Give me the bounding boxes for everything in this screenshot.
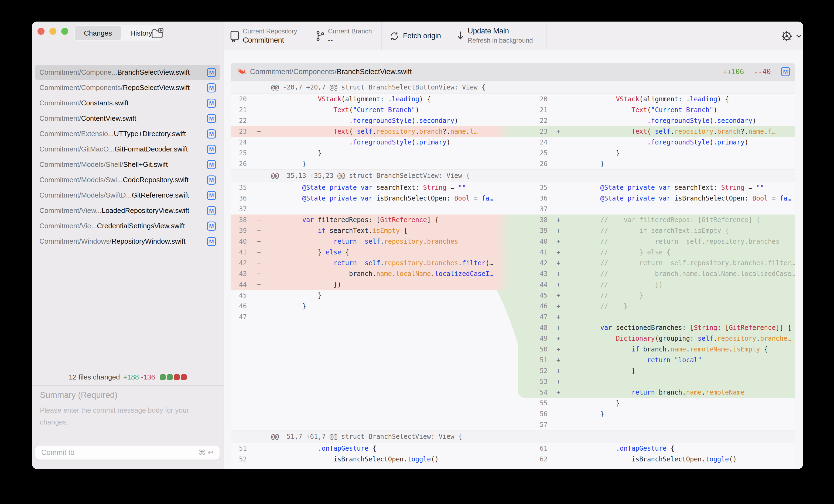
diff-line: 57 bbox=[512, 419, 795, 430]
line-number: 35 bbox=[231, 182, 247, 193]
code-text: Dictionary(grouping: self.repository.bra… bbox=[569, 333, 791, 344]
code-text: if branch.name.remoteName.isEmpty { bbox=[569, 344, 768, 355]
code-text: // } else { bbox=[569, 247, 671, 258]
file-row[interactable]: Commitment/Models/Swi...CodeRepository.s… bbox=[35, 172, 220, 188]
commit-button[interactable]: Commit to ⌘ ↩ bbox=[35, 445, 220, 460]
diff-line: 47+ bbox=[512, 312, 795, 322]
file-name: BranchSelectView.swift bbox=[117, 68, 190, 76]
file-row[interactable]: Commitment/Models/Shell/Shell+Git.swiftM bbox=[35, 157, 220, 172]
current-repository-value[interactable]: Commitment bbox=[243, 36, 284, 44]
file-name: CredentialSettingsView.swift bbox=[97, 222, 185, 230]
diff-line: 62 isBranchSelectOpen.toggle() bbox=[512, 454, 795, 465]
file-row[interactable]: Commitment/Extensio...UTType+Directory.s… bbox=[35, 126, 220, 141]
divider bbox=[309, 22, 309, 50]
minimize-window-button[interactable] bbox=[49, 28, 57, 35]
diff-card: Commitment/Components/ BranchSelectView.… bbox=[231, 63, 795, 469]
diff-pane-right: 20 VStack(alignment: .leading) {21 Text(… bbox=[512, 94, 795, 169]
code-text: .foregroundStyle(.primary) bbox=[569, 137, 748, 148]
fetch-origin-button[interactable]: Fetch origin bbox=[403, 22, 441, 50]
close-window-button[interactable] bbox=[38, 28, 44, 35]
line-number: 46 bbox=[231, 301, 247, 312]
code-text: } else { bbox=[271, 247, 349, 258]
update-main-label[interactable]: Update Main bbox=[468, 27, 509, 35]
open-repository-button[interactable] bbox=[151, 26, 164, 41]
current-branch-value[interactable]: -- bbox=[328, 36, 333, 44]
code-text: VStack(alignment: .leading) { bbox=[271, 94, 431, 105]
zoom-window-button[interactable] bbox=[61, 28, 68, 35]
change-marker: + bbox=[548, 258, 569, 269]
code-text: // if searchText.isEmpty { bbox=[569, 225, 729, 236]
change-marker bbox=[548, 182, 569, 193]
change-marker bbox=[548, 105, 569, 115]
file-row[interactable]: Commitment/Vie...CredentialSettingsView.… bbox=[35, 218, 220, 234]
diff-line: 26 } bbox=[512, 159, 795, 169]
file-path: Commitment/Models/Shell/ bbox=[39, 160, 123, 169]
file-row[interactable]: Commitment/Models/SwiftD...GitReference.… bbox=[35, 188, 220, 203]
diff-line: 47 bbox=[231, 312, 512, 322]
line-number: 39 bbox=[512, 225, 548, 236]
file-row[interactable]: Commitment/Compone...BranchSelectView.sw… bbox=[35, 65, 220, 80]
change-marker bbox=[247, 159, 271, 169]
file-name: UTType+Directory.swift bbox=[114, 130, 186, 138]
diff-line: 49+ Dictionary(grouping: self.repository… bbox=[512, 333, 795, 344]
file-row[interactable]: Commitment/Constants.swiftM bbox=[35, 95, 220, 111]
branch-icon bbox=[315, 30, 325, 41]
file-name: CodeRepository.swift bbox=[123, 176, 189, 184]
modified-badge: M bbox=[207, 129, 216, 139]
code-text: } bbox=[569, 398, 620, 409]
file-path: Commitment/Models/Swi... bbox=[39, 176, 123, 184]
code-text: // } bbox=[569, 301, 628, 312]
settings-menu-button[interactable] bbox=[780, 28, 803, 44]
change-ratio-squares bbox=[160, 374, 186, 380]
hunk-header: @@ -35,13 +35,23 @@ struct BranchSelectV… bbox=[231, 169, 795, 182]
code-text: // branch.name.localName.localizedCase… bbox=[569, 269, 795, 279]
tab-changes[interactable]: Changes bbox=[75, 26, 121, 40]
change-marker bbox=[548, 454, 569, 465]
code-text: .onTapGesture { bbox=[569, 443, 674, 454]
file-row[interactable]: Commitment/ContentView.swiftM bbox=[35, 111, 220, 126]
modified-badge: M bbox=[781, 67, 790, 76]
commit-body-input[interactable]: Please enter the commit message body for… bbox=[40, 404, 199, 428]
current-branch-title: Current Branch bbox=[328, 27, 372, 35]
line-number: 44 bbox=[512, 279, 548, 290]
line-number: 56 bbox=[512, 409, 548, 419]
file-path: Commitment/Extensio... bbox=[39, 130, 114, 138]
change-marker bbox=[247, 115, 271, 126]
file-row[interactable]: Commitment/Windows/RepositoryWindow.swif… bbox=[35, 234, 220, 249]
change-marker bbox=[247, 312, 271, 322]
line-number: 55 bbox=[512, 398, 548, 409]
file-path: Commitment/GitMacO... bbox=[39, 145, 115, 153]
red-square bbox=[181, 374, 186, 380]
file-row[interactable]: Commitment/Components/RepoSelectView.swi… bbox=[35, 80, 220, 95]
diff-line: 22 .foregroundStyle(.secondary) bbox=[512, 115, 795, 126]
line-number: 40 bbox=[231, 236, 247, 247]
file-row[interactable]: Commitment/View...LoadedRepositoryView.s… bbox=[35, 203, 220, 218]
diff-line: 39− if searchText.isEmpty { bbox=[231, 225, 512, 236]
diff-line: 61 .onTapGesture { bbox=[512, 443, 795, 454]
code-text: .foregroundStyle(.primary) bbox=[271, 137, 451, 148]
diff-pane-right: 61 .onTapGesture {62 isBranchSelectOpen.… bbox=[512, 443, 795, 465]
diff-line: 45+ // } bbox=[512, 290, 795, 301]
line-number: 42 bbox=[231, 258, 247, 269]
code-text: } bbox=[271, 159, 306, 169]
divider bbox=[449, 22, 449, 50]
modified-badge: M bbox=[207, 176, 216, 185]
line-number: 46 bbox=[512, 301, 548, 312]
refresh-icon bbox=[390, 31, 399, 41]
diff-pane-left: 51 .onTapGesture {52 isBranchSelectOpen.… bbox=[231, 443, 512, 465]
code-text: VStack(alignment: .leading) { bbox=[569, 94, 729, 105]
diff-line: 36 @State private var isBranchSelectOpen… bbox=[231, 193, 512, 204]
change-marker bbox=[247, 148, 271, 159]
change-marker bbox=[548, 193, 569, 204]
code-text: return self.repository.branches bbox=[271, 236, 458, 247]
diff-line: 38+ // var filteredRepos: [GitReference]… bbox=[512, 214, 795, 225]
file-row[interactable]: Commitment/GitMacO...GitFormatDecoder.sw… bbox=[35, 141, 220, 157]
diff-hunks: @@ -20,7 +20,7 @@ struct BranchSelectBut… bbox=[231, 81, 795, 465]
diff-line: 35 @State private var searchText: String… bbox=[512, 182, 795, 193]
diff-line: 41− } else { bbox=[231, 247, 512, 258]
commit-summary-input[interactable]: Summary (Required) bbox=[40, 390, 117, 400]
code-text: return "local" bbox=[569, 355, 702, 365]
change-marker: + bbox=[548, 387, 569, 398]
diff-line: 44− }) bbox=[231, 279, 512, 290]
diff-line: 46+ // } bbox=[512, 301, 795, 312]
